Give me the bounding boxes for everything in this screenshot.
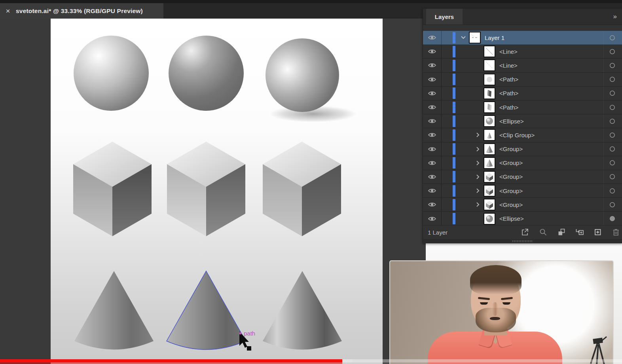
target-circle-icon[interactable] — [603, 87, 615, 100]
lock-toggle-cell[interactable] — [442, 170, 453, 184]
target-circle-icon[interactable] — [603, 184, 615, 197]
visibility-eye-icon[interactable] — [423, 87, 442, 100]
lock-toggle-cell[interactable] — [442, 100, 453, 114]
collect-for-export-icon[interactable] — [520, 228, 530, 237]
lock-toggle-cell[interactable] — [442, 128, 453, 142]
artboard-canvas[interactable]: path — [51, 19, 383, 364]
chevron-right-icon[interactable] — [472, 159, 484, 167]
panel-resize-grip[interactable] — [423, 239, 622, 243]
visibility-eye-icon[interactable] — [423, 170, 442, 184]
tab-layers[interactable]: Layers — [426, 9, 463, 25]
lock-toggle-cell[interactable] — [442, 212, 453, 225]
layer-row[interactable]: <Group> — [423, 142, 622, 156]
layer-row[interactable]: <Group> — [423, 184, 622, 198]
visibility-eye-icon[interactable] — [423, 59, 442, 72]
visibility-eye-icon[interactable] — [423, 184, 442, 197]
visibility-eye-icon[interactable] — [423, 156, 442, 170]
target-circle-icon[interactable] — [603, 59, 615, 72]
chevron-right-icon[interactable] — [472, 131, 484, 139]
visibility-eye-icon[interactable] — [423, 73, 442, 86]
cube-3[interactable] — [263, 142, 341, 236]
layer-thumbnail — [484, 199, 495, 210]
layer-row[interactable]: <Line> — [423, 45, 622, 59]
presenter — [390, 261, 613, 364]
visibility-eye-icon[interactable] — [423, 212, 442, 225]
layer-name: <Group> — [499, 173, 523, 180]
sphere-1[interactable] — [74, 36, 149, 111]
chevron-right-icon[interactable] — [472, 186, 484, 195]
target-circle-icon[interactable] — [603, 31, 615, 44]
target-circle-icon[interactable] — [603, 114, 615, 128]
layer-row[interactable]: Layer 1 — [423, 31, 622, 45]
lock-toggle-cell[interactable] — [442, 184, 453, 197]
layer-row[interactable]: <Path> — [423, 100, 622, 114]
sphere-2[interactable] — [169, 36, 244, 111]
chevron-down-icon[interactable] — [458, 33, 469, 42]
layer-thumbnail — [484, 171, 495, 183]
layer-row[interactable]: <Ellipse> — [423, 114, 622, 128]
lock-toggle-cell[interactable] — [442, 198, 453, 211]
cube-1[interactable] — [73, 142, 152, 236]
visibility-eye-icon[interactable] — [423, 142, 442, 156]
cone-1[interactable] — [74, 271, 154, 350]
target-circle-icon[interactable] — [603, 170, 615, 184]
cone-2-selected[interactable] — [167, 271, 246, 350]
layer-color-bar — [453, 116, 455, 127]
target-circle-icon[interactable] — [603, 142, 615, 156]
chevron-right-icon[interactable] — [472, 145, 484, 154]
lock-toggle-cell[interactable] — [442, 59, 453, 72]
visibility-eye-icon[interactable] — [423, 45, 442, 58]
cube-2[interactable] — [167, 142, 245, 236]
target-circle-icon[interactable] — [603, 73, 615, 86]
lock-toggle-cell[interactable] — [442, 114, 453, 128]
target-circle-icon[interactable] — [603, 156, 615, 170]
layer-name: <Path> — [499, 76, 518, 83]
path-hover-label: path — [244, 330, 255, 337]
visibility-eye-icon[interactable] — [423, 128, 442, 142]
layer-row[interactable]: <Group> — [423, 198, 622, 212]
target-circle-icon[interactable] — [603, 128, 615, 142]
new-sublayer-icon[interactable] — [575, 228, 584, 237]
visibility-eye-icon[interactable] — [423, 114, 442, 128]
layers-panel-header: Layers » — [423, 9, 622, 25]
layer-row[interactable]: <Ellipse> — [423, 212, 622, 226]
layer-row[interactable]: <Clip Group> — [423, 128, 622, 142]
target-circle-icon[interactable] — [603, 100, 615, 114]
panel-menu-icon[interactable]: » — [613, 9, 622, 25]
video-progress-bar[interactable] — [0, 359, 622, 364]
lock-toggle-cell[interactable] — [442, 87, 453, 100]
lock-toggle-cell[interactable] — [442, 45, 453, 58]
target-circle-icon[interactable] — [603, 198, 615, 211]
document-tab[interactable]: × svetoten.ai* @ 33.33% (RGB/GPU Preview… — [0, 3, 163, 19]
target-circle-icon[interactable] — [603, 212, 615, 225]
layer-name: <Clip Group> — [499, 132, 535, 138]
delete-icon[interactable] — [611, 228, 621, 237]
visibility-eye-icon[interactable] — [423, 198, 442, 211]
visibility-eye-icon[interactable] — [423, 31, 442, 44]
layer-color-bar — [453, 157, 455, 169]
new-layer-icon[interactable] — [593, 228, 603, 237]
lock-toggle-cell[interactable] — [442, 156, 453, 170]
layer-row[interactable]: <Group> — [423, 156, 622, 170]
target-circle-icon[interactable] — [603, 45, 615, 58]
cone-3[interactable] — [263, 271, 342, 350]
lock-toggle-cell[interactable] — [442, 31, 453, 44]
locate-object-icon[interactable] — [539, 228, 548, 237]
layer-row[interactable]: <Group> — [423, 170, 622, 184]
chevron-right-icon[interactable] — [472, 173, 484, 181]
layer-color-bar — [453, 171, 455, 182]
layer-row[interactable]: <Path> — [423, 87, 622, 100]
layer-thumbnail — [484, 101, 495, 113]
make-clip-mask-icon[interactable] — [557, 228, 566, 237]
layer-row[interactable]: <Path> — [423, 73, 622, 87]
lock-toggle-cell[interactable] — [442, 73, 453, 86]
lock-toggle-cell[interactable] — [442, 142, 453, 156]
close-document-icon[interactable]: × — [0, 7, 16, 15]
sphere-3[interactable] — [265, 38, 339, 112]
document-title: svetoten.ai* @ 33.33% (RGB/GPU Preview) — [16, 8, 143, 15]
layer-count: 1 Layer — [423, 229, 448, 236]
chevron-right-icon[interactable] — [472, 200, 484, 209]
layers-panel-footer: 1 Layer — [423, 225, 622, 239]
layer-row[interactable]: <Line> — [423, 59, 622, 72]
visibility-eye-icon[interactable] — [423, 100, 442, 114]
